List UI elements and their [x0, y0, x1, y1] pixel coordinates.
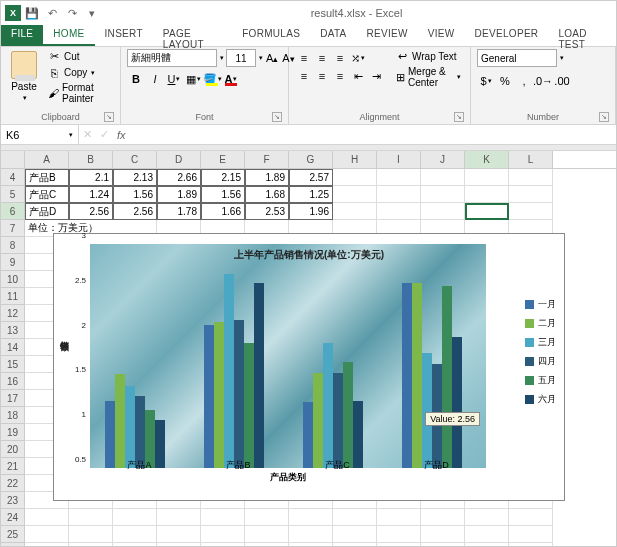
bold-button[interactable]: B — [127, 70, 145, 88]
indent-inc-button[interactable]: ⇥ — [367, 67, 385, 85]
bar[interactable] — [105, 401, 115, 468]
row-head[interactable]: 8 — [1, 237, 25, 254]
cell[interactable]: 产品D — [25, 203, 69, 220]
wrap-text-button[interactable]: ↩Wrap Text — [393, 49, 464, 64]
cell[interactable] — [25, 526, 69, 543]
cell[interactable] — [421, 169, 465, 186]
orientation-button[interactable]: ⤮▾ — [349, 49, 367, 67]
cell[interactable] — [245, 526, 289, 543]
cell[interactable] — [201, 543, 245, 547]
cell[interactable] — [509, 186, 553, 203]
cell[interactable]: 产品B — [25, 169, 69, 186]
cell[interactable] — [201, 509, 245, 526]
row-head[interactable]: 13 — [1, 322, 25, 339]
row-head[interactable]: 24 — [1, 509, 25, 526]
row-head[interactable]: 12 — [1, 305, 25, 322]
cell[interactable] — [245, 509, 289, 526]
cell[interactable] — [377, 543, 421, 547]
font-name-select[interactable] — [127, 49, 217, 67]
row-head[interactable]: 15 — [1, 356, 25, 373]
bar[interactable] — [254, 283, 264, 468]
cell[interactable]: 2.56 — [113, 203, 157, 220]
cell[interactable] — [377, 526, 421, 543]
currency-button[interactable]: $▾ — [477, 72, 495, 90]
qat-redo-icon[interactable]: ↷ — [63, 4, 81, 22]
cell[interactable] — [421, 186, 465, 203]
row-head[interactable]: 25 — [1, 526, 25, 543]
spreadsheet-grid[interactable]: ABCDEFGHIJKL4产品B2.12.132.662.151.892.575… — [1, 151, 616, 547]
bar[interactable] — [234, 320, 244, 468]
cell[interactable] — [69, 543, 113, 547]
cell[interactable]: 1.96 — [289, 203, 333, 220]
number-launcher[interactable]: ↘ — [599, 112, 609, 122]
cell[interactable] — [289, 526, 333, 543]
bar[interactable] — [115, 374, 125, 468]
tab-developer[interactable]: DEVELOPER — [465, 25, 549, 46]
underline-button[interactable]: U▾ — [165, 70, 183, 88]
bar[interactable] — [244, 343, 254, 468]
row-head[interactable]: 14 — [1, 339, 25, 356]
cell[interactable] — [509, 203, 553, 220]
cell[interactable] — [509, 543, 553, 547]
cell[interactable] — [157, 526, 201, 543]
row-head[interactable]: 10 — [1, 271, 25, 288]
row-head[interactable]: 17 — [1, 390, 25, 407]
row-head[interactable]: 21 — [1, 458, 25, 475]
col-head[interactable]: H — [333, 151, 377, 168]
row-head[interactable]: 9 — [1, 254, 25, 271]
cell[interactable] — [377, 169, 421, 186]
cell[interactable]: 1.24 — [69, 186, 113, 203]
col-head[interactable]: D — [157, 151, 201, 168]
cell[interactable] — [113, 543, 157, 547]
col-head[interactable]: C — [113, 151, 157, 168]
cell[interactable]: 产品C — [25, 186, 69, 203]
cell[interactable] — [25, 509, 69, 526]
enter-formula-icon[interactable]: ✓ — [100, 128, 109, 141]
format-painter-button[interactable]: 🖌Format Painter — [45, 81, 114, 105]
merge-center-button[interactable]: ⊞Merge & Center▾ — [393, 65, 464, 89]
col-head[interactable]: B — [69, 151, 113, 168]
tab-page-layout[interactable]: PAGE LAYOUT — [153, 25, 232, 46]
comma-button[interactable]: , — [515, 72, 533, 90]
fill-color-button[interactable]: 🪣▾ — [203, 70, 221, 88]
cell[interactable]: 1.89 — [157, 186, 201, 203]
row-head[interactable]: 11 — [1, 288, 25, 305]
tab-review[interactable]: REVIEW — [357, 25, 418, 46]
inc-decimal-button[interactable]: .0→ — [534, 72, 552, 90]
tab-data[interactable]: DATA — [310, 25, 356, 46]
row-head[interactable]: 16 — [1, 373, 25, 390]
fx-icon[interactable]: fx — [117, 129, 126, 141]
col-head[interactable]: G — [289, 151, 333, 168]
row-head[interactable]: 22 — [1, 475, 25, 492]
dec-decimal-button[interactable]: .00 — [553, 72, 571, 90]
tab-file[interactable]: FILE — [1, 25, 43, 46]
cell[interactable]: 1.78 — [157, 203, 201, 220]
col-head[interactable]: E — [201, 151, 245, 168]
cell[interactable] — [69, 509, 113, 526]
tab-view[interactable]: VIEW — [418, 25, 465, 46]
cell[interactable] — [421, 509, 465, 526]
cell[interactable] — [465, 203, 509, 220]
cell[interactable]: 2.66 — [157, 169, 201, 186]
number-format-select[interactable] — [477, 49, 557, 67]
bar[interactable] — [412, 283, 422, 468]
cell[interactable] — [421, 543, 465, 547]
row-head[interactable]: 7 — [1, 220, 25, 237]
align-bottom-button[interactable]: ≡ — [331, 49, 349, 67]
cell[interactable]: 1.66 — [201, 203, 245, 220]
copy-button[interactable]: ⎘Copy▾ — [45, 65, 114, 80]
row-head[interactable]: 6 — [1, 203, 25, 220]
cell[interactable]: 2.53 — [245, 203, 289, 220]
row-head[interactable]: 4 — [1, 169, 25, 186]
cell[interactable] — [289, 543, 333, 547]
border-button[interactable]: ▦▾ — [184, 70, 202, 88]
cell[interactable]: 1.89 — [245, 169, 289, 186]
bar[interactable] — [135, 396, 145, 468]
col-head[interactable]: F — [245, 151, 289, 168]
cell[interactable] — [509, 169, 553, 186]
cell[interactable] — [333, 169, 377, 186]
cell[interactable] — [289, 509, 333, 526]
cell[interactable] — [69, 526, 113, 543]
bar[interactable] — [125, 386, 135, 468]
cell[interactable]: 2.13 — [113, 169, 157, 186]
